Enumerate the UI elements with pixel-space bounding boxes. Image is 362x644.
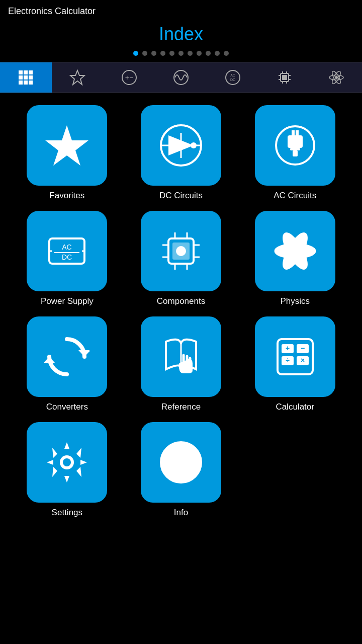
tab-physics[interactable] xyxy=(310,62,362,93)
wave-icon xyxy=(173,69,189,86)
calculator-icon: + − ÷ × xyxy=(273,334,318,379)
dot-5 xyxy=(169,51,174,56)
svg-marker-9 xyxy=(70,70,84,85)
plusminus-icon: +− xyxy=(121,69,137,86)
grid-item-settings[interactable]: Settings xyxy=(15,422,119,518)
ac-circuits-icon-box xyxy=(255,105,335,186)
acdc-icon: AC DC xyxy=(225,69,241,86)
svg-point-79 xyxy=(63,458,71,466)
components-icon-box xyxy=(141,211,221,291)
page-indicator xyxy=(0,51,362,56)
physics-icon-box xyxy=(255,211,335,291)
svg-text:i: i xyxy=(179,447,183,459)
tab-grid[interactable] xyxy=(0,62,52,93)
grid-item-calculator[interactable]: + − ÷ × Calculator xyxy=(243,316,347,412)
grid-item-converters[interactable]: Converters xyxy=(15,316,119,412)
physics-label: Physics xyxy=(280,296,310,306)
components-icon xyxy=(158,228,204,274)
svg-rect-17 xyxy=(282,75,287,80)
calculator-icon-box: + − ÷ × xyxy=(255,316,335,397)
svg-rect-1 xyxy=(24,70,28,74)
svg-text:+−: +− xyxy=(125,73,133,82)
tab-favorites[interactable] xyxy=(52,62,104,93)
svg-point-12 xyxy=(174,70,188,85)
dc-circuits-label: DC Circuits xyxy=(159,191,203,201)
svg-point-26 xyxy=(335,76,338,79)
converters-icon xyxy=(44,334,89,379)
svg-rect-40 xyxy=(290,148,300,150)
power-supply-icon: AC DC xyxy=(44,228,89,274)
tab-bar: +− AC DC xyxy=(0,62,362,93)
physics-icon xyxy=(273,228,318,274)
tab-ac[interactable] xyxy=(155,62,207,93)
ac-circuits-icon xyxy=(273,123,318,168)
svg-text:AC: AC xyxy=(62,243,72,251)
reference-label: Reference xyxy=(161,402,201,412)
svg-rect-0 xyxy=(19,70,23,74)
dot-6 xyxy=(178,51,184,56)
dc-circuits-icon xyxy=(158,123,204,168)
ac-circuits-label: AC Circuits xyxy=(274,191,316,201)
reference-icon-box xyxy=(141,316,221,397)
tab-dc[interactable]: +− xyxy=(104,62,155,93)
svg-rect-37 xyxy=(288,135,303,148)
svg-rect-6 xyxy=(19,80,23,85)
svg-rect-2 xyxy=(29,70,33,74)
converters-icon-box xyxy=(27,316,107,397)
power-supply-icon-box: AC DC xyxy=(27,211,107,291)
svg-text:DC: DC xyxy=(62,253,72,261)
converters-label: Converters xyxy=(46,402,88,412)
grid-item-physics[interactable]: Physics xyxy=(243,211,347,306)
svg-point-34 xyxy=(191,142,197,148)
settings-label: Settings xyxy=(52,508,82,518)
svg-text:+: + xyxy=(286,344,290,352)
svg-marker-64 xyxy=(44,357,55,363)
atom-tab-icon xyxy=(328,69,344,86)
dot-11 xyxy=(224,51,229,56)
svg-text:×: × xyxy=(301,356,305,364)
settings-icon xyxy=(44,440,89,485)
svg-point-13 xyxy=(226,70,240,85)
dot-10 xyxy=(215,51,220,56)
svg-marker-63 xyxy=(78,350,89,357)
dot-7 xyxy=(188,51,193,56)
grid-item-dc-circuits[interactable]: DC Circuits xyxy=(129,105,233,201)
dot-1 xyxy=(133,51,138,56)
svg-rect-82 xyxy=(177,461,185,473)
favorites-icon xyxy=(44,123,89,168)
grid-item-ac-circuits[interactable]: AC Circuits xyxy=(243,105,347,201)
grid-item-power-supply[interactable]: AC DC Power Supply xyxy=(15,211,119,306)
chip-icon xyxy=(277,69,293,86)
tab-acdc[interactable]: AC DC xyxy=(207,62,258,93)
dc-circuits-icon-box xyxy=(141,105,221,186)
info-icon: i xyxy=(158,440,204,485)
svg-rect-7 xyxy=(24,80,28,85)
dot-2 xyxy=(142,51,147,56)
svg-rect-4 xyxy=(24,75,28,79)
dot-4 xyxy=(160,51,165,56)
svg-text:−: − xyxy=(301,344,305,352)
favorites-icon-box xyxy=(27,105,107,186)
dot-9 xyxy=(206,51,211,56)
app-title: Electronics Calculator xyxy=(8,6,96,16)
info-label: Info xyxy=(174,508,188,518)
svg-marker-30 xyxy=(45,125,88,166)
tab-components[interactable] xyxy=(258,62,310,93)
svg-rect-39 xyxy=(296,130,299,136)
dot-8 xyxy=(197,51,202,56)
page-title: Index xyxy=(0,20,362,51)
svg-text:DC: DC xyxy=(230,78,235,82)
grid-item-components[interactable]: Components xyxy=(129,211,233,306)
info-icon-box: i xyxy=(141,422,221,503)
star-icon xyxy=(69,69,85,86)
svg-text:AC: AC xyxy=(230,73,235,77)
settings-icon-box xyxy=(27,422,107,503)
svg-rect-3 xyxy=(19,75,23,79)
power-supply-label: Power Supply xyxy=(41,296,94,306)
svg-rect-8 xyxy=(29,80,33,85)
svg-point-50 xyxy=(176,246,186,256)
grid-item-favorites[interactable]: Favorites xyxy=(15,105,119,201)
grid-item-reference[interactable]: Reference xyxy=(129,316,233,412)
dot-3 xyxy=(151,51,156,56)
grid-item-info[interactable]: i Info xyxy=(129,422,233,518)
